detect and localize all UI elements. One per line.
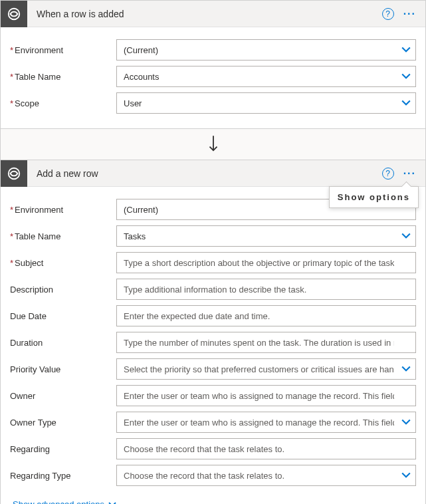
help-icon[interactable]: ?	[382, 8, 394, 20]
label-ownertype: Owner Type	[10, 418, 116, 428]
label-description: Description	[10, 285, 116, 295]
action-subject-input[interactable]	[116, 252, 416, 273]
show-advanced-options-link[interactable]: Show advanced options	[10, 491, 119, 504]
help-icon[interactable]: ?	[382, 168, 394, 180]
action-title: Add a new row	[27, 168, 382, 179]
action-owner-input[interactable]	[116, 385, 416, 406]
action-duedate-input[interactable]	[116, 305, 416, 326]
label-duration: Duration	[10, 338, 116, 348]
more-options-icon[interactable]: ··· Show options	[403, 168, 416, 180]
action-card: Add a new row ? ··· Show options *Enviro…	[0, 160, 426, 504]
label-scope: *Scope	[10, 98, 116, 108]
trigger-card: When a row is added ? ··· *Environment *…	[0, 0, 426, 129]
trigger-title: When a row is added	[27, 9, 382, 19]
dataverse-logo-icon	[1, 160, 27, 187]
label-tablename: *Table Name	[10, 231, 116, 241]
action-description-input[interactable]	[116, 279, 416, 300]
label-subject: *Subject	[10, 258, 116, 268]
trigger-header[interactable]: When a row is added ? ···	[1, 1, 425, 27]
action-regardingtype-select[interactable]	[116, 465, 416, 486]
more-options-tooltip: Show options	[329, 186, 419, 208]
label-tablename: *Table Name	[10, 72, 116, 82]
action-duration-input[interactable]	[116, 332, 416, 353]
action-regarding-input[interactable]	[116, 438, 416, 459]
show-advanced-label: Show advanced options	[13, 499, 104, 504]
action-ownertype-select[interactable]	[116, 412, 416, 433]
label-regarding: Regarding	[10, 444, 116, 454]
flow-arrow	[0, 129, 426, 160]
action-priority-select[interactable]	[116, 358, 416, 380]
label-environment: *Environment	[10, 205, 116, 215]
dataverse-logo-icon	[1, 1, 27, 27]
action-header[interactable]: Add a new row ? ··· Show options	[1, 160, 425, 187]
trigger-tablename-select[interactable]	[116, 66, 416, 87]
chevron-down-icon	[108, 501, 116, 505]
trigger-environment-select[interactable]	[116, 39, 416, 61]
label-environment: *Environment	[10, 45, 116, 55]
action-tablename-select[interactable]	[116, 225, 416, 247]
label-owner: Owner	[10, 391, 116, 401]
trigger-scope-select[interactable]	[116, 92, 416, 114]
label-duedate: Due Date	[10, 311, 116, 321]
more-options-icon[interactable]: ···	[403, 8, 416, 20]
label-priority: Priority Value	[10, 364, 116, 374]
label-regardingtype: Regarding Type	[10, 471, 116, 481]
